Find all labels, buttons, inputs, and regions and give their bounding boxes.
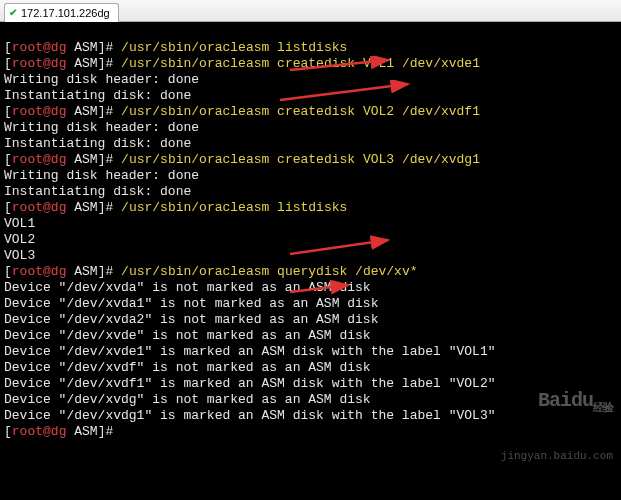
line: Instantiating disk: done <box>4 136 191 151</box>
line: Writing disk header: done <box>4 120 199 135</box>
watermark: Baidu经验 jingyan.baidu.com <box>501 361 613 496</box>
line: Instantiating disk: done <box>4 184 191 199</box>
line: Writing disk header: done <box>4 168 199 183</box>
line: VOL2 <box>4 232 35 247</box>
line: Device "/dev/xvdf1" is marked an ASM dis… <box>4 376 495 391</box>
svg-line-1 <box>280 84 408 100</box>
line: Device "/dev/xvda2" is not marked as an … <box>4 312 378 327</box>
line: Device "/dev/xvda" is not marked as an A… <box>4 280 371 295</box>
line: Writing disk header: done <box>4 72 199 87</box>
terminal-tab[interactable]: ✔ 172.17.101.226dg <box>4 3 119 22</box>
line: Device "/dev/xvdf" is not marked as an A… <box>4 360 371 375</box>
check-icon: ✔ <box>9 7 17 18</box>
line: Device "/dev/xvde1" is marked an ASM dis… <box>4 344 495 359</box>
line: Device "/dev/xvda1" is not marked as an … <box>4 296 378 311</box>
line: VOL3 <box>4 248 35 263</box>
terminal[interactable]: [root@dg ASM]# /usr/sbin/oracleasm listd… <box>0 22 621 500</box>
line: Device "/dev/xvdg" is not marked as an A… <box>4 392 371 407</box>
line: Device "/dev/xvdg1" is marked an ASM dis… <box>4 408 495 423</box>
tab-bar: ✔ 172.17.101.226dg <box>0 0 621 22</box>
tab-label: 172.17.101.226dg <box>21 7 110 19</box>
line: [root@dg ASM]# /usr/sbin/oracleasm creat… <box>4 104 480 119</box>
line: Instantiating disk: done <box>4 88 191 103</box>
line: [root@dg ASM]# <box>4 424 121 439</box>
svg-line-2 <box>290 240 388 254</box>
line: [root@dg ASM]# /usr/sbin/oracleasm creat… <box>4 56 480 71</box>
line: [root@dg ASM]# /usr/sbin/oracleasm listd… <box>4 40 347 55</box>
line: [root@dg ASM]# /usr/sbin/oracleasm listd… <box>4 200 347 215</box>
line: VOL1 <box>4 216 35 231</box>
line: [root@dg ASM]# /usr/sbin/oracleasm query… <box>4 264 418 279</box>
line: [root@dg ASM]# /usr/sbin/oracleasm creat… <box>4 152 480 167</box>
line: Device "/dev/xvde" is not marked as an A… <box>4 328 371 343</box>
